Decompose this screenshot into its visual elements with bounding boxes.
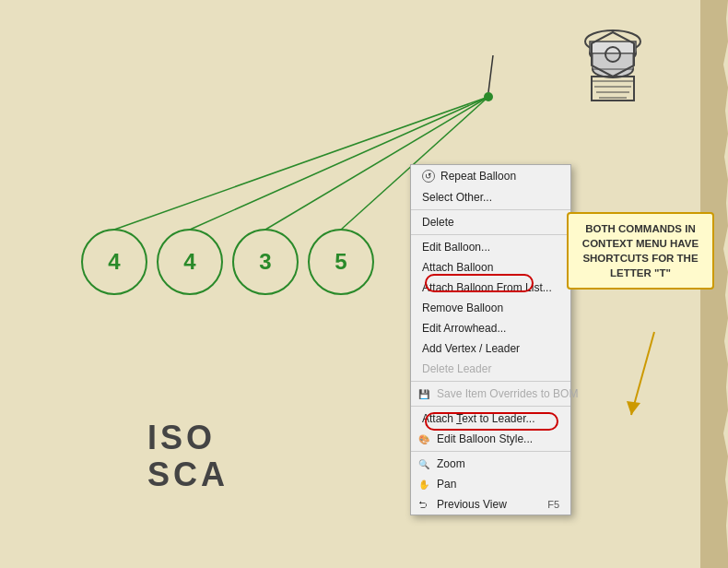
save-icon: 💾 [418,389,429,399]
canvas: 4 4 3 5 ISO SCALE ↺ Repeat Balloon Selec… [0,0,728,568]
menu-item-delete-leader: Delete Leader [411,359,570,379]
hardware-component [571,18,654,120]
menu-item-attach-text[interactable]: Attach Text to Leader... [411,408,570,429]
menu-item-repeat-balloon[interactable]: ↺ Repeat Balloon [411,165,570,187]
menu-item-delete[interactable]: Delete [411,212,570,232]
menu-item-save-overrides: 💾 Save Item Overrides to BOM [411,384,570,404]
menu-item-edit-balloon[interactable]: Edit Balloon... [411,237,570,257]
balloon-2: 4 [157,229,223,295]
svg-rect-17 [592,77,634,101]
separator-5 [411,451,570,452]
pan-icon: ✋ [418,479,429,490]
iso-label: ISO [147,419,216,457]
menu-item-remove-balloon[interactable]: Remove Balloon [411,298,570,318]
separator-1 [411,209,570,210]
zoom-icon: 🔍 [418,459,429,469]
separator-3 [411,381,570,382]
svg-line-18 [631,332,654,415]
menu-item-select-other[interactable]: Select Other... [411,187,570,207]
separator-4 [411,406,570,407]
menu-item-edit-arrowhead[interactable]: Edit Arrowhead... [411,318,570,338]
style-icon: 🎨 [418,434,429,444]
balloon-1: 4 [81,229,147,295]
menu-item-edit-balloon-style[interactable]: 🎨 Edit Balloon Style... [411,429,570,449]
repeat-balloon-icon: ↺ [422,170,435,183]
tooltip-arrow-svg [627,327,700,420]
tooltip-callout: BOTH COMMANDS IN CONTEXT MENU HAVE SHORT… [567,212,714,290]
svg-line-5 [488,55,493,92]
context-menu: ↺ Repeat Balloon Select Other... Delete … [410,164,571,515]
prev-view-icon: ⮌ [418,500,428,510]
menu-item-zoom[interactable]: 🔍 Zoom [411,454,570,474]
svg-marker-19 [627,401,640,415]
menu-item-attach-balloon-list[interactable]: Attach Balloon From List... [411,278,570,298]
svg-point-4 [484,92,493,101]
balloon-4: 5 [308,229,374,295]
menu-item-previous-view[interactable]: ⮌ Previous View F5 [411,494,570,515]
menu-item-add-vertex[interactable]: Add Vertex / Leader [411,338,570,359]
menu-item-pan[interactable]: ✋ Pan [411,474,570,494]
balloon-3: 3 [232,229,299,295]
separator-2 [411,234,570,235]
menu-item-attach-balloon[interactable]: Attach Balloon [411,257,570,278]
scale-label: SCALE [147,456,278,494]
